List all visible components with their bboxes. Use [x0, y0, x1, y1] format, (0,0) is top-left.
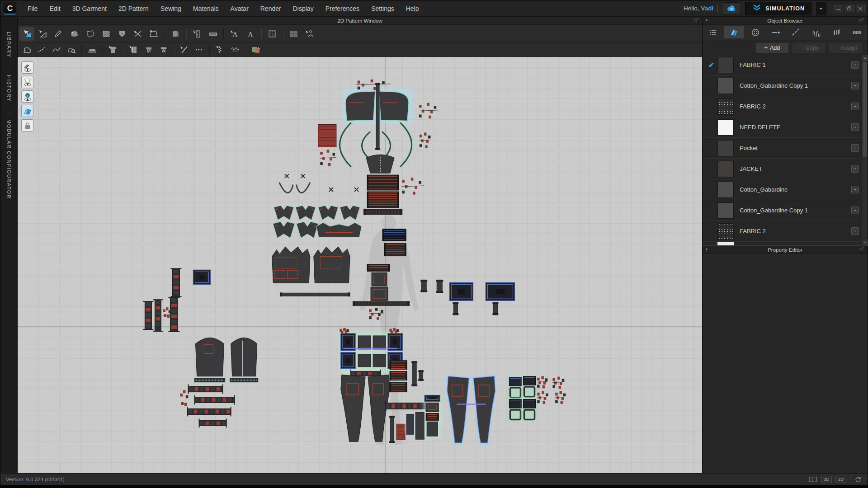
tab-fabric[interactable] — [724, 26, 744, 38]
fuse-press-tool[interactable] — [85, 44, 99, 55]
pattern-piece-stripesred[interactable] — [384, 244, 406, 256]
pattern-piece-sleeve[interactable] — [345, 91, 375, 121]
pattern-piece-scatterred[interactable] — [163, 307, 171, 318]
edit-curvature-tool[interactable] — [51, 27, 66, 41]
pattern-piece-barv[interactable] — [492, 302, 498, 315]
dock-tab-modular-configurator[interactable]: MODULAR CONFIGURATOR — [6, 113, 12, 204]
save-fabric-icon[interactable]: + — [851, 123, 859, 131]
pattern-piece-barv[interactable] — [436, 280, 443, 293]
pattern-piece-barv[interactable] — [418, 371, 424, 381]
pattern-piece-stripesred[interactable] — [367, 264, 390, 272]
pattern-piece-stripesred[interactable] — [426, 413, 439, 420]
pattern-piece-barv[interactable] — [420, 280, 427, 292]
show-pattern-info-toggle[interactable]: i — [21, 90, 33, 103]
menu-file[interactable]: File — [22, 0, 44, 17]
menu-2d-pattern[interactable]: 2D Pattern — [113, 0, 155, 17]
pattern-piece-greenbox[interactable] — [508, 398, 523, 422]
window-minimize-button[interactable] — [834, 5, 843, 12]
pattern-piece-belt[interactable] — [353, 301, 410, 306]
curved-sewing-tool[interactable] — [49, 44, 63, 55]
fabric-swatch[interactable] — [717, 223, 734, 239]
segment-sewing-tool[interactable] — [19, 44, 33, 55]
fabric-row[interactable]: FABRIC 2+ — [703, 221, 862, 242]
pattern-piece-scatterred[interactable] — [537, 391, 548, 404]
pattern-piece-scatterred[interactable] — [180, 390, 189, 406]
pattern-piece-frontpanel[interactable] — [314, 247, 350, 283]
save-fabric-icon[interactable]: + — [851, 206, 859, 214]
menu-display[interactable]: Display — [287, 0, 320, 17]
window-close-button[interactable] — [856, 5, 865, 12]
fabric-roll-tool[interactable] — [127, 44, 141, 55]
pattern-piece-paneldark[interactable] — [358, 336, 371, 349]
cross-tool-tool[interactable] — [130, 27, 145, 41]
pattern-piece-curve[interactable] — [362, 131, 371, 160]
scroll-up-arrow[interactable]: ▲ — [862, 55, 868, 61]
fabric-swatch[interactable] — [717, 140, 734, 156]
pattern-piece-mask[interactable] — [340, 206, 360, 220]
menu-avatar[interactable]: Avatar — [225, 0, 255, 17]
tab-trim[interactable] — [827, 25, 847, 40]
pattern-piece-chainh[interactable] — [199, 418, 226, 427]
pattern-piece-barv[interactable] — [411, 361, 417, 386]
pattern-piece-barh[interactable] — [280, 292, 350, 296]
notch-slash-tool[interactable] — [177, 44, 191, 55]
object-browser-expand-icon[interactable] — [859, 17, 865, 24]
pattern-piece-scatterred[interactable] — [555, 391, 566, 404]
free-sewing-tool[interactable] — [34, 44, 48, 55]
fabric-swatch[interactable] — [717, 57, 734, 73]
show-patterns-toggle[interactable] — [21, 76, 33, 88]
dock-tab-library[interactable]: LIBRARY — [6, 26, 12, 63]
pattern-piece-scatterred[interactable] — [537, 376, 547, 389]
pattern-2d-mode-toggle[interactable] — [21, 105, 33, 117]
transform-pattern-tool[interactable] — [19, 27, 34, 41]
save-fabric-icon[interactable]: + — [851, 82, 859, 89]
menu-help[interactable]: Help — [400, 0, 425, 17]
pattern-piece-barv[interactable] — [389, 416, 395, 443]
pattern-piece-scatterred[interactable] — [320, 150, 336, 166]
pattern-piece-greenbox[interactable] — [508, 376, 523, 400]
pattern-piece-xmark[interactable] — [285, 174, 289, 178]
rectangle-dashed-tool[interactable] — [99, 27, 113, 41]
dart-tool[interactable] — [114, 27, 129, 41]
pattern-piece-mask[interactable] — [273, 222, 295, 238]
pattern-piece-paneldark[interactable] — [415, 412, 424, 439]
pattern-piece-paneldark[interactable] — [358, 354, 371, 367]
measure-tape-tool[interactable] — [205, 27, 220, 41]
sync-view-icon[interactable] — [854, 476, 862, 483]
split-view-icon[interactable] — [808, 476, 817, 483]
pattern-piece-greenbox[interactable] — [522, 375, 537, 399]
pattern-piece-trouser[interactable] — [341, 375, 365, 442]
tab-measurement[interactable] — [847, 25, 868, 40]
pattern-piece-skirt[interactable] — [231, 338, 257, 376]
menu-materials[interactable]: Materials — [187, 0, 225, 17]
pattern-piece-stripesred[interactable] — [367, 175, 399, 190]
select-garment-tool[interactable] — [106, 44, 120, 55]
trace-pattern-tool[interactable] — [146, 27, 161, 41]
pattern-piece-greenbox[interactable] — [522, 398, 537, 422]
texture-editor-tool[interactable] — [249, 44, 263, 55]
simulation-mode-button[interactable]: SIMULATION — [745, 2, 811, 15]
pattern-piece-bluepanel[interactable] — [486, 282, 514, 300]
window-restore-button[interactable] — [845, 5, 854, 12]
pattern-piece-paneldark[interactable] — [406, 414, 414, 434]
polygon-tool[interactable] — [83, 27, 98, 41]
pattern-piece-mask[interactable] — [296, 206, 316, 220]
pattern-piece-hoodcap[interactable] — [366, 155, 394, 173]
pattern-piece-mask[interactable] — [274, 206, 294, 220]
edit-pattern-tool[interactable] — [35, 27, 50, 41]
menu-preferences[interactable]: Preferences — [320, 0, 365, 17]
pattern-canvas[interactable] — [18, 57, 702, 473]
fabric-row[interactable]: Cotton_Gabardine+ — [703, 179, 862, 200]
tab-topstitch[interactable] — [786, 25, 807, 40]
menu-settings[interactable]: Settings — [365, 0, 400, 17]
pattern-piece-chainh[interactable] — [188, 385, 222, 394]
fabric-swatch[interactable] — [717, 99, 734, 115]
fabric-list-scrollbar[interactable]: ▲ ▼ — [862, 55, 868, 246]
pattern-piece-scatterred[interactable] — [420, 132, 431, 148]
tab-puckering[interactable] — [807, 25, 827, 40]
measure-ruler-tool[interactable] — [189, 27, 204, 41]
fabric-row[interactable]: Cotton_Gabardine Copy 1+ — [703, 75, 862, 96]
simulation-dropdown[interactable] — [816, 2, 826, 15]
object-browser-collapse-icon[interactable] — [704, 17, 710, 24]
pattern-piece-stripesnavy[interactable] — [382, 229, 406, 241]
